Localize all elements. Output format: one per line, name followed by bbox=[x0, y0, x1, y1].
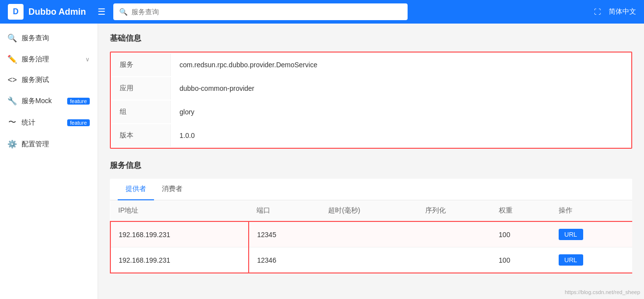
cell-port: 12345 bbox=[249, 221, 320, 247]
sidebar-item-label: 统计 bbox=[22, 118, 64, 127]
edit-icon: ✏️ bbox=[8, 54, 17, 64]
sidebar-item-label: 服务测试 bbox=[22, 76, 90, 84]
sidebar-item-service-mock[interactable]: 🔧 服务Mock feature bbox=[0, 90, 98, 111]
info-value: dubbo-common-provider bbox=[172, 77, 630, 100]
chevron-down-icon: ∨ bbox=[85, 56, 90, 63]
cell-ip: 192.168.199.231 bbox=[110, 221, 249, 247]
fullscreen-button[interactable]: ⛶ bbox=[594, 8, 601, 16]
table-row: 192.168.199.231 12345 100 URL bbox=[110, 221, 632, 247]
col-header-action: 操作 bbox=[551, 200, 632, 221]
search-icon: 🔍 bbox=[119, 8, 128, 16]
tab-consumers[interactable]: 消费者 bbox=[154, 179, 190, 200]
header-right: ⛶ 简体中文 bbox=[594, 7, 636, 16]
feature-badge: feature bbox=[67, 119, 90, 126]
col-header-serialization: 序列化 bbox=[417, 200, 491, 221]
info-label: 服务 bbox=[112, 54, 171, 76]
feature-badge: feature bbox=[67, 98, 90, 105]
basic-info-table: 服务 com.redsun.rpc.dubbo.provider.DemoSer… bbox=[110, 52, 632, 149]
search-icon: 🔍 bbox=[8, 33, 17, 43]
basic-info-title: 基础信息 bbox=[110, 33, 632, 44]
tabs: 提供者 消费者 bbox=[110, 179, 632, 200]
info-value: glory bbox=[172, 101, 630, 123]
col-header-timeout: 超时(毫秒) bbox=[320, 200, 417, 221]
logo-icon: D bbox=[8, 4, 24, 20]
logo: D Dubbo Admin bbox=[8, 4, 86, 20]
content-area: 基础信息 服务 com.redsun.rpc.dubbo.provider.De… bbox=[98, 24, 644, 299]
sidebar: 🔍 服务查询 ✏️ 服务治理 ∨ <> 服务测试 🔧 服务Mock featur… bbox=[0, 24, 98, 299]
search-input[interactable] bbox=[131, 8, 402, 16]
info-row: 服务 com.redsun.rpc.dubbo.provider.DemoSer… bbox=[112, 54, 630, 76]
cell-timeout bbox=[320, 221, 417, 247]
info-label: 版本 bbox=[112, 124, 171, 147]
cell-weight: 100 bbox=[491, 221, 551, 247]
code-icon: <> bbox=[8, 76, 17, 84]
url-button[interactable]: URL bbox=[559, 229, 583, 240]
logo-text: Dubbo Admin bbox=[28, 7, 86, 17]
col-header-port: 端口 bbox=[249, 200, 320, 221]
sidebar-item-service-query[interactable]: 🔍 服务查询 bbox=[0, 27, 98, 49]
sidebar-item-label: 服务查询 bbox=[22, 34, 90, 43]
provider-table: IP地址端口超时(毫秒)序列化权重操作 192.168.199.231 1234… bbox=[110, 200, 632, 273]
search-box: 🔍 bbox=[113, 3, 408, 20]
sidebar-item-label: 服务Mock bbox=[22, 97, 64, 106]
service-info-title: 服务信息 bbox=[110, 161, 632, 171]
info-label: 组 bbox=[112, 101, 171, 123]
wrench-icon: 🔧 bbox=[8, 96, 17, 106]
cell-timeout bbox=[320, 247, 417, 273]
info-value: 1.0.0 bbox=[172, 124, 630, 147]
info-label: 应用 bbox=[112, 77, 171, 100]
sidebar-item-statistics[interactable]: 〜 统计 feature bbox=[0, 111, 98, 134]
gear-icon: ⚙️ bbox=[8, 139, 17, 149]
cell-action: URL bbox=[551, 247, 632, 273]
language-selector[interactable]: 简体中文 bbox=[609, 7, 636, 16]
service-info-section: 提供者 消费者 IP地址端口超时(毫秒)序列化权重操作 192.168.199.… bbox=[110, 179, 632, 273]
col-header-ip: IP地址 bbox=[110, 200, 249, 221]
cell-weight: 100 bbox=[491, 247, 551, 273]
watermark: https://blog.csdn.net/red_sheep bbox=[565, 289, 641, 295]
sidebar-item-config-management[interactable]: ⚙️ 配置管理 bbox=[0, 134, 98, 155]
menu-toggle-icon[interactable]: ☰ bbox=[98, 6, 105, 17]
info-row: 组 glory bbox=[112, 101, 630, 123]
table-row: 192.168.199.231 12346 100 URL bbox=[110, 247, 632, 273]
cell-ip: 192.168.199.231 bbox=[110, 247, 249, 273]
main-layout: 🔍 服务查询 ✏️ 服务治理 ∨ <> 服务测试 🔧 服务Mock featur… bbox=[0, 24, 644, 299]
sidebar-item-label: 服务治理 bbox=[22, 55, 85, 64]
info-row: 应用 dubbo-common-provider bbox=[112, 77, 630, 100]
tab-providers[interactable]: 提供者 bbox=[118, 179, 154, 200]
chart-icon: 〜 bbox=[8, 117, 17, 128]
sidebar-item-label: 配置管理 bbox=[22, 140, 90, 149]
cell-action: URL bbox=[551, 221, 632, 247]
cell-serialization bbox=[417, 247, 491, 273]
url-button[interactable]: URL bbox=[559, 254, 583, 266]
col-header-weight: 权重 bbox=[491, 200, 551, 221]
sidebar-item-service-test[interactable]: <> 服务测试 bbox=[0, 70, 98, 90]
info-row: 版本 1.0.0 bbox=[112, 124, 630, 147]
sidebar-item-service-governance[interactable]: ✏️ 服务治理 ∨ bbox=[0, 49, 98, 70]
cell-serialization bbox=[417, 221, 491, 247]
info-value: com.redsun.rpc.dubbo.provider.DemoServic… bbox=[172, 54, 630, 76]
header: D Dubbo Admin ☰ 🔍 ⛶ 简体中文 bbox=[0, 0, 644, 24]
cell-port: 12346 bbox=[249, 247, 320, 273]
